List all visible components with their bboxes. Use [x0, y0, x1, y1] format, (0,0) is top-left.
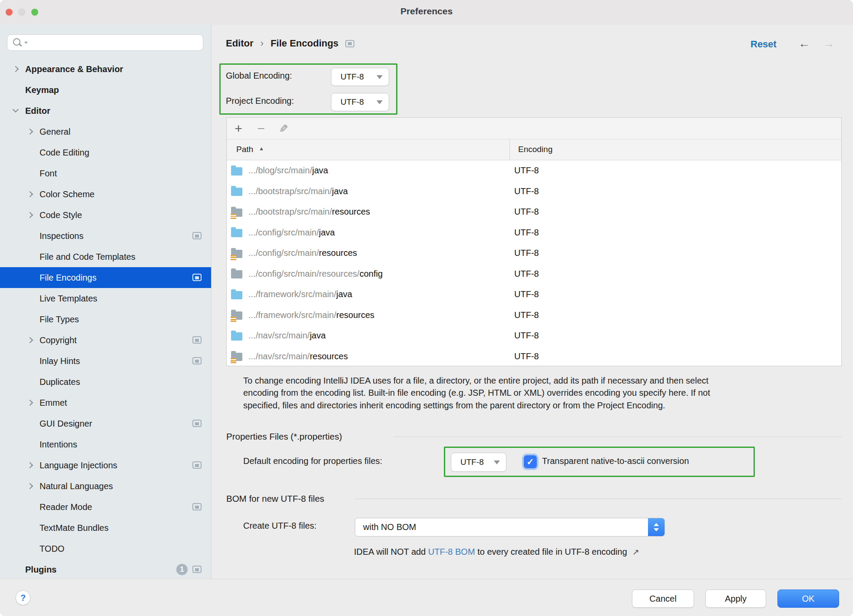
utf8-bom-link[interactable]: UTF-8 BOM: [428, 547, 475, 556]
path-cell: .../config/src/main/resources: [248, 248, 357, 258]
search-input[interactable]: [7, 34, 203, 51]
path-cell: .../bootstrap/src/main/resources: [248, 207, 370, 217]
table-row[interactable]: .../framework/src/main/resources UTF-8: [227, 305, 841, 326]
sidebar-item-intentions[interactable]: Intentions: [0, 434, 211, 455]
sidebar-item-file-encodings[interactable]: File Encodings: [0, 267, 211, 288]
sidebar-item-inlay-hints[interactable]: Inlay Hints: [0, 351, 211, 371]
encoding-cell: UTF-8: [514, 269, 539, 279]
sidebar-item-language-injections[interactable]: Language Injections: [0, 455, 211, 476]
path-column-header[interactable]: Path: [236, 145, 253, 154]
table-row[interactable]: .../bootstrap/src/main/java UTF-8: [227, 181, 841, 202]
sidebar-item-natural-languages[interactable]: Natural Languages: [0, 476, 211, 497]
table-row[interactable]: .../bootstrap/src/main/resources UTF-8: [227, 202, 841, 222]
settings-preview-icon[interactable]: [345, 40, 354, 47]
add-path-button[interactable]: +: [232, 118, 245, 139]
external-link-icon[interactable]: ↗: [632, 547, 639, 556]
settings-sidebar: Appearance & Behavior Keymap Editor Gene…: [0, 25, 212, 579]
sidebar-item-label: Natural Languages: [40, 481, 113, 491]
sort-ascending-icon: ▲: [259, 146, 264, 152]
section-divider: [393, 437, 842, 437]
edit-path-button[interactable]: ✎: [277, 118, 290, 139]
sidebar-item-emmet[interactable]: Emmet: [0, 392, 211, 413]
table-row[interactable]: .../config/src/main/resources UTF-8: [227, 243, 841, 264]
sidebar-item-inspections[interactable]: Inspections: [0, 225, 211, 246]
chevron-right-icon: [27, 337, 33, 343]
encoding-description-text: To change encoding IntelliJ IDEA uses fo…: [243, 374, 803, 411]
cancel-button[interactable]: Cancel: [632, 590, 694, 608]
back-arrow-icon[interactable]: ←: [798, 37, 810, 50]
settings-preview-icon: [192, 232, 202, 239]
settings-preview-icon: [192, 503, 202, 510]
bom-select[interactable]: with NO BOM: [355, 518, 665, 537]
sidebar-item-code-editing[interactable]: Code Editing: [0, 142, 211, 163]
encoding-cell: UTF-8: [514, 207, 539, 217]
folder-resources-icon: [231, 353, 242, 361]
sidebar-item-general[interactable]: General: [0, 121, 211, 142]
table-body: .../blog/src/main/java UTF-8 .../bootstr…: [227, 160, 841, 366]
sidebar-item-code-style[interactable]: Code Style: [0, 205, 211, 225]
window-title: Preferences: [0, 6, 853, 17]
ok-button[interactable]: OK: [777, 590, 839, 608]
project-encoding-value: UTF-8: [341, 97, 364, 107]
sidebar-item-label: File and Code Templates: [40, 252, 136, 262]
encoding-cell: UTF-8: [514, 351, 539, 361]
table-row[interactable]: .../config/src/main/java UTF-8: [227, 222, 841, 243]
sidebar-item-label: File Encodings: [40, 273, 96, 283]
chevron-down-icon: [13, 106, 19, 113]
project-encoding-label: Project Encoding:: [226, 96, 294, 106]
sidebar-item-label: File Types: [40, 315, 79, 325]
reset-link[interactable]: Reset: [751, 39, 777, 50]
sidebar-item-reader-mode[interactable]: Reader Mode: [0, 497, 211, 517]
breadcrumb: Editor › File Encodings: [226, 38, 354, 49]
native-to-ascii-checkbox[interactable]: ✓: [524, 455, 537, 468]
sidebar-item-live-templates[interactable]: Live Templates: [0, 288, 211, 309]
sidebar-item-editor[interactable]: Editor: [0, 100, 211, 121]
sidebar-item-label: Color Scheme: [40, 189, 95, 199]
settings-preview-icon: [192, 566, 202, 573]
remove-path-button[interactable]: −: [255, 118, 268, 139]
apply-button[interactable]: Apply: [705, 590, 766, 608]
settings-preview-icon: [192, 461, 202, 469]
sidebar-item-copyright[interactable]: Copyright: [0, 330, 211, 351]
sidebar-item-gui-designer[interactable]: GUI Designer: [0, 413, 211, 434]
properties-encoding-dropdown[interactable]: UTF-8: [451, 453, 506, 472]
select-stepper-icon[interactable]: [648, 518, 665, 536]
global-encoding-value: UTF-8: [341, 72, 364, 82]
sidebar-item-label: TODO: [40, 544, 64, 554]
sidebar-item-textmate-bundles[interactable]: TextMate Bundles: [0, 517, 211, 538]
sidebar-item-color-scheme[interactable]: Color Scheme: [0, 184, 211, 205]
sidebar-item-label: Appearance & Behavior: [25, 64, 123, 74]
sidebar-item-keymap[interactable]: Keymap: [0, 79, 211, 100]
chevron-right-icon: [27, 400, 33, 406]
global-encoding-dropdown[interactable]: UTF-8: [331, 68, 389, 86]
table-toolbar: + − ✎: [227, 118, 841, 139]
section-divider: [354, 499, 842, 499]
search-options-caret-icon[interactable]: [24, 42, 28, 44]
path-encoding-table: + − ✎ Path ▲ Encoding .../blog/src/main/…: [226, 117, 842, 366]
table-row[interactable]: .../framework/src/main/java UTF-8: [227, 284, 841, 305]
sidebar-item-label: Code Editing: [40, 148, 89, 158]
sidebar-item-todo[interactable]: TODO: [0, 538, 211, 559]
sidebar-item-appearance-behavior[interactable]: Appearance & Behavior: [0, 59, 211, 79]
table-row[interactable]: .../nav/src/main/resources UTF-8: [227, 346, 841, 367]
folder-java-icon: [231, 167, 242, 176]
sidebar-item-duplicates[interactable]: Duplicates: [0, 371, 211, 392]
sidebar-item-plugins[interactable]: Plugins 1: [0, 559, 211, 579]
table-row[interactable]: .../blog/src/main/java UTF-8: [227, 160, 841, 181]
default-encoding-label: Default encoding for properties files:: [243, 456, 382, 466]
table-row[interactable]: .../nav/src/main/java UTF-8: [227, 325, 841, 346]
sidebar-item-font[interactable]: Font: [0, 163, 211, 184]
encoding-cell: UTF-8: [514, 248, 539, 258]
project-encoding-dropdown[interactable]: UTF-8: [331, 93, 389, 111]
sidebar-item-file-types[interactable]: File Types: [0, 309, 211, 330]
folder-java-icon: [231, 291, 242, 299]
sidebar-item-label: Language Injections: [40, 460, 117, 470]
table-row[interactable]: .../config/src/main/resources/config UTF…: [227, 264, 841, 285]
file-encodings-panel: Editor › File Encodings Reset ← → Global…: [212, 25, 853, 579]
forward-arrow-icon[interactable]: →: [823, 37, 834, 50]
table-header: Path ▲ Encoding: [227, 139, 841, 160]
breadcrumb-editor[interactable]: Editor: [226, 38, 254, 49]
sidebar-item-file-and-code-templates[interactable]: File and Code Templates: [0, 246, 211, 267]
help-button[interactable]: ?: [16, 590, 30, 605]
encoding-column-header[interactable]: Encoding: [518, 145, 552, 154]
